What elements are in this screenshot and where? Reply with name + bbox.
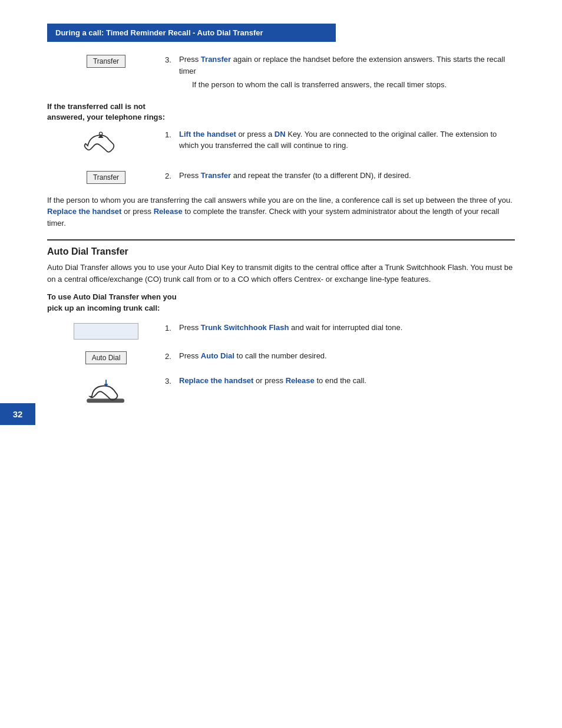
handset-replace-icon <box>82 376 130 409</box>
lift-handset-link: Lift the handset <box>179 130 236 139</box>
s2-step3-right: 3. Replace the handset or press Release … <box>165 375 515 387</box>
replace-handset-link: Replace the handset <box>47 207 121 216</box>
para1: If the person to whom you are transferri… <box>47 195 515 229</box>
step3-right: 3. Press Transfer again or replace the h… <box>165 54 515 91</box>
trunk-flash-link: Trunk Switchhook Flash <box>201 323 289 332</box>
s2-step2-right: 2. Press Auto Dial to call the number de… <box>165 350 515 363</box>
auto-dial-link: Auto Dial <box>201 351 234 360</box>
step3-left: Transfer <box>47 54 165 68</box>
s2-step1-text: Press Trunk Switchhook Flash and wait fo… <box>179 322 402 334</box>
s2-step3-left <box>47 375 165 409</box>
s2-step1-left <box>47 322 165 340</box>
section2-label: To use Auto Dial Transfer when you pick … <box>47 292 515 313</box>
release-link: Release <box>154 207 183 216</box>
s2-step3-num: 3. <box>165 375 176 387</box>
s2-step2-left: Auto Dial <box>47 350 165 364</box>
substep1-left <box>47 129 165 159</box>
s2-step1-row: 1. Press Trunk Switchhook Flash and wait… <box>47 322 515 340</box>
substep2-row: Transfer 2. Press Transfer and repeat th… <box>47 170 515 184</box>
substep2-num: 2. <box>165 170 176 182</box>
if-label: If the transferred call is not answered,… <box>47 101 515 123</box>
release-link2: Release <box>286 376 315 385</box>
s2-step2-text: Press Auto Dial to call the number desir… <box>179 350 327 362</box>
page-number-badge: 32 <box>0 403 35 425</box>
substep2-left: Transfer <box>47 170 165 184</box>
substep2-text: Press Transfer and repeat the transfer (… <box>179 170 411 182</box>
section-header: During a call: Timed Reminder Recall - A… <box>47 24 336 42</box>
s2-step2-num: 2. <box>165 351 176 363</box>
header-title: During a call: Timed Reminder Recall - A… <box>55 28 263 37</box>
dn-link: DN <box>275 130 286 139</box>
section2-description: Auto Dial Transfer allows you to use you… <box>47 262 515 285</box>
svg-rect-1 <box>87 398 124 403</box>
substep1-text: Lift the handset or press a DN Key. You … <box>179 129 515 151</box>
step3-num: 3. <box>165 54 176 66</box>
s2-step1-num: 1. <box>165 322 176 334</box>
step3-row: Transfer 3. Press Transfer again or repl… <box>47 54 515 91</box>
transfer-button-label: Transfer <box>87 55 125 68</box>
replace-handset-link2: Replace the handset <box>179 376 253 385</box>
section-divider <box>47 239 515 241</box>
s2-step1-right: 1. Press Trunk Switchhook Flash and wait… <box>165 322 515 334</box>
trunk-key-box <box>74 323 138 340</box>
substep1-row: 1. Lift the handset or press a DN Key. Y… <box>47 129 515 159</box>
handset-lifted-icon <box>82 130 130 159</box>
step3-text: Press Transfer again or replace the hand… <box>179 54 515 91</box>
substep2-right: 2. Press Transfer and repeat the transfe… <box>165 170 515 182</box>
step3-note: If the person to whom the call is transf… <box>192 79 515 91</box>
s2-step3-text: Replace the handset or press Release to … <box>179 375 366 387</box>
transfer-link2: Transfer <box>201 171 231 180</box>
page: During a call: Timed Reminder Recall - A… <box>0 0 562 443</box>
section2-title: Auto Dial Transfer <box>47 246 515 257</box>
transfer-button2-label: Transfer <box>87 171 125 184</box>
s2-step2-row: Auto Dial 2. Press Auto Dial to call the… <box>47 350 515 364</box>
auto-dial-button-label: Auto Dial <box>85 351 127 364</box>
substep1-right: 1. Lift the handset or press a DN Key. Y… <box>165 129 515 151</box>
substep1-num: 1. <box>165 129 176 141</box>
transfer-link: Transfer <box>201 55 231 64</box>
s2-step3-row: 3. Replace the handset or press Release … <box>47 375 515 409</box>
